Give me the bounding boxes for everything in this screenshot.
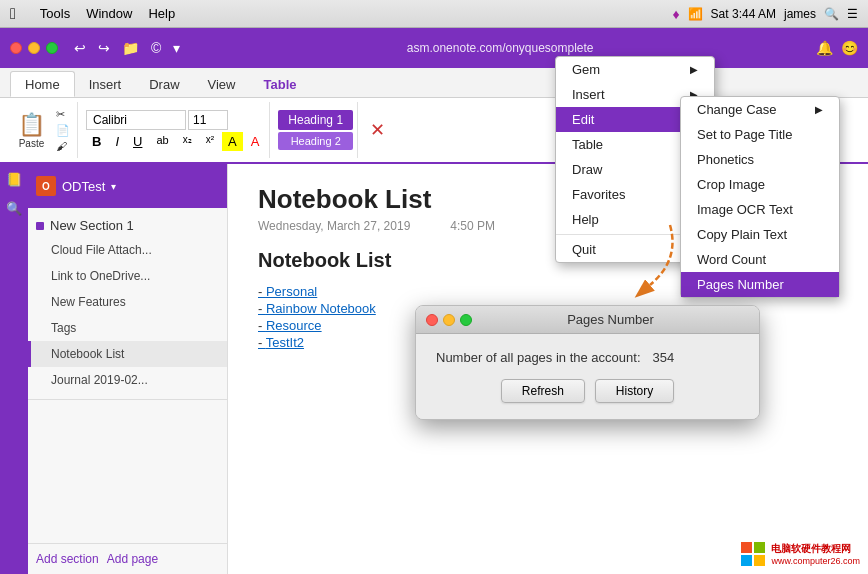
pages-dialog: Pages Number Number of all pages in the … [415, 305, 760, 420]
list-item[interactable]: Journal 2019-02... [28, 367, 227, 393]
font-color-button[interactable]: A [245, 132, 266, 151]
tab-draw[interactable]: Draw [135, 71, 193, 97]
dialog-titlebar: Pages Number [416, 306, 759, 334]
username: james [784, 7, 816, 21]
gem-icon: ♦ [672, 6, 679, 22]
dialog-maximize-button[interactable] [460, 314, 472, 326]
user-avatar-icon[interactable]: 😊 [841, 40, 858, 56]
arrow-icon: ▶ [690, 64, 698, 75]
heading-buttons: Heading 1 Heading 2 [278, 110, 353, 150]
history-button[interactable]: History [595, 379, 674, 403]
add-page-link[interactable]: Add page [107, 552, 158, 566]
dialog-title: Pages Number [472, 312, 749, 327]
paste-label: Paste [19, 138, 45, 149]
pages-count-value: 354 [653, 350, 675, 365]
dialog-minimize-button[interactable] [443, 314, 455, 326]
styles-group: Heading 1 Heading 2 [274, 102, 358, 158]
underline-button[interactable]: U [127, 132, 148, 151]
maximize-button[interactable] [46, 42, 58, 54]
clear-formatting-button[interactable]: ✕ [366, 115, 389, 145]
minimize-button[interactable] [28, 42, 40, 54]
dropdown-arrow-icon[interactable]: ▾ [169, 38, 184, 58]
format-painter-icon[interactable]: 🖌 [53, 139, 73, 153]
search-icon[interactable]: 🔍 [824, 7, 839, 21]
mac-menubar-left:  Tools Window Help [10, 5, 175, 23]
list-item[interactable]: Tags [28, 315, 227, 341]
search-left-icon[interactable]: 🔍 [6, 201, 22, 216]
window-menu[interactable]: Window [86, 6, 132, 21]
paste-button[interactable]: 📋 Paste [12, 110, 51, 151]
add-section-link[interactable]: Add section [36, 552, 99, 566]
watermark-line2: www.computer26.com [771, 556, 860, 566]
watermark-text-block: 电脑软硬件教程网 www.computer26.com [771, 542, 860, 566]
menu-item-phonetics[interactable]: Phonetics [681, 147, 839, 172]
menu-item-copy-plain[interactable]: Copy Plain Text [681, 222, 839, 247]
win-sq-yellow [754, 555, 765, 566]
watermark: 电脑软硬件教程网 www.computer26.com [741, 542, 860, 566]
page-list: Cloud File Attach... Link to OneDrive...… [28, 237, 227, 393]
window-title: asm.onenote.com/onyquesomplete [192, 41, 808, 55]
refresh-button[interactable]: Refresh [501, 379, 585, 403]
menu-item-change-case[interactable]: Change Case ▶ [681, 97, 839, 122]
section-color-dot [36, 222, 44, 230]
dialog-buttons: Refresh History [436, 379, 739, 403]
menu-icon[interactable]: ☰ [847, 7, 858, 21]
sidebar-header: O ODTest ▾ [28, 164, 227, 208]
left-icon-strip: 📒 🔍 [0, 164, 28, 574]
dialog-row: Number of all pages in the account: 354 [436, 350, 739, 365]
font-size-input[interactable] [188, 110, 228, 130]
notebook-color-icon: O [36, 176, 56, 196]
notebook-icon[interactable]: 📒 [6, 172, 22, 187]
list-item-active[interactable]: Notebook List [28, 341, 227, 367]
redo-icon[interactable]: ↪ [94, 38, 114, 58]
section-name[interactable]: New Section 1 [50, 218, 134, 233]
win-sq-red [741, 542, 752, 553]
copy-icon[interactable]: 📄 [53, 123, 73, 138]
cut-icon[interactable]: ✂ [53, 107, 73, 122]
sidebar-section: New Section 1 Cloud File Attach... Link … [28, 208, 227, 400]
list-item[interactable]: Link to OneDrive... [28, 263, 227, 289]
font-format-row: B I U ab x₂ x² A A [86, 132, 265, 151]
win-sq-blue [741, 555, 752, 566]
menu-item-gem[interactable]: Gem ▶ [556, 57, 714, 82]
dialog-traffic-lights [426, 314, 472, 326]
undo-icon[interactable]: ↩ [70, 38, 90, 58]
heading2-button[interactable]: Heading 2 [278, 132, 353, 150]
tools-menu[interactable]: Tools [40, 6, 70, 21]
subscript-button[interactable]: x₂ [177, 132, 198, 151]
menu-item-word-count[interactable]: Word Count [681, 247, 839, 272]
font-name-input[interactable] [86, 110, 186, 130]
menu-item-image-ocr[interactable]: Image OCR Text [681, 197, 839, 222]
strikethrough-button[interactable]: ab [150, 132, 174, 151]
dialog-close-button[interactable] [426, 314, 438, 326]
help-menu[interactable]: Help [148, 6, 175, 21]
apple-menu[interactable]:  [10, 5, 16, 23]
highlight-button[interactable]: A [222, 132, 243, 151]
traffic-lights [10, 42, 58, 54]
italic-button[interactable]: I [109, 132, 125, 151]
open-icon[interactable]: 📁 [118, 38, 143, 58]
list-item[interactable]: New Features [28, 289, 227, 315]
font-selector: B I U ab x₂ x² A A [86, 110, 265, 151]
close-button[interactable] [10, 42, 22, 54]
notebook-chevron-icon[interactable]: ▾ [111, 181, 116, 192]
tab-view[interactable]: View [194, 71, 250, 97]
copyright-icon[interactable]: © [147, 38, 165, 58]
font-group: B I U ab x₂ x² A A [82, 102, 270, 158]
tab-home[interactable]: Home [10, 71, 75, 97]
menu-item-set-page-title[interactable]: Set to Page Title [681, 122, 839, 147]
notebook-name[interactable]: ODTest [62, 179, 105, 194]
bold-button[interactable]: B [86, 132, 107, 151]
bell-icon[interactable]: 🔔 [816, 40, 833, 56]
heading1-button[interactable]: Heading 1 [278, 110, 353, 130]
menu-item-crop-image[interactable]: Crop Image [681, 172, 839, 197]
clock-time: Sat 3:44 AM [711, 7, 776, 21]
list-item[interactable]: Cloud File Attach... [28, 237, 227, 263]
tab-table[interactable]: Table [250, 71, 311, 97]
date-label: Wednesday, March 27, 2019 [258, 219, 410, 233]
mac-menubar-right: ♦ 📶 Sat 3:44 AM james 🔍 ☰ [672, 6, 858, 22]
tab-insert[interactable]: Insert [75, 71, 136, 97]
menu-item-pages-number[interactable]: Pages Number [681, 272, 839, 297]
sidebar: O ODTest ▾ New Section 1 Cloud File Atta… [28, 164, 228, 574]
superscript-button[interactable]: x² [200, 132, 220, 151]
